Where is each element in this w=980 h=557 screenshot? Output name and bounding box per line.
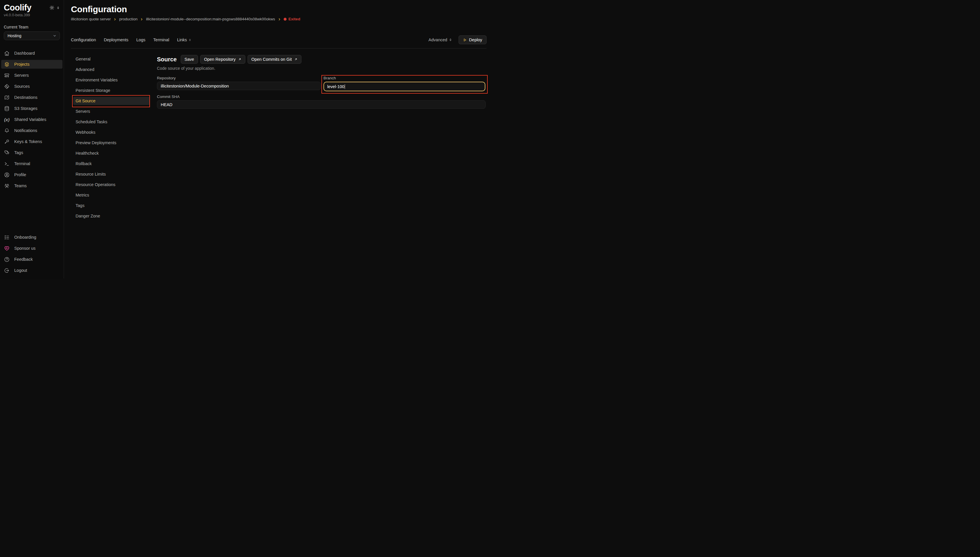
tab-deployments[interactable]: Deployments bbox=[104, 37, 128, 42]
repository-input[interactable]: illicitestonion/Module-Decomposition bbox=[157, 82, 321, 90]
sidebar-item-profile[interactable]: Profile bbox=[1, 170, 62, 179]
subnav-item-preview-deployments[interactable]: Preview Deployments bbox=[73, 138, 150, 147]
sidebar-item-label: Onboarding bbox=[14, 235, 36, 239]
sidebar-item-label: Dashboard bbox=[14, 51, 35, 55]
sidebar-item-onboarding[interactable]: Onboarding bbox=[1, 233, 62, 241]
sidebar-item-keys-tokens[interactable]: Keys & Tokens bbox=[1, 137, 62, 146]
breadcrumb-project[interactable]: illicitonion quote server bbox=[71, 16, 111, 22]
sidebar-item-feedback[interactable]: Feedback bbox=[1, 255, 62, 264]
tab-logs[interactable]: Logs bbox=[136, 37, 145, 42]
tags-icon bbox=[4, 150, 10, 156]
sidebar-item-projects[interactable]: Projects bbox=[1, 60, 62, 68]
status-dot-icon bbox=[284, 18, 286, 21]
theme-toggle-sun-icon[interactable] bbox=[49, 5, 54, 10]
user-circle-icon bbox=[4, 172, 10, 178]
subnav-item-resource-operations[interactable]: Resource Operations bbox=[73, 181, 150, 189]
branch-input[interactable]: level-100 bbox=[323, 82, 485, 91]
sidebar-item-label: Profile bbox=[14, 173, 26, 177]
sidebar: Coolify v4.0.0-beta.399 Current Team Hos… bbox=[0, 0, 64, 278]
chevrons-up-down-icon bbox=[189, 38, 192, 42]
subnav-item-environment-variables[interactable]: Environment Variables bbox=[73, 76, 150, 84]
sidebar-item-s3-storages[interactable]: S3 Storages bbox=[1, 104, 62, 113]
sidebar-item-sponsor-us[interactable]: Sponsor us bbox=[1, 244, 62, 252]
tab-links-label: Links bbox=[177, 37, 187, 42]
open-commits-button[interactable]: Open Commits on Git bbox=[248, 55, 301, 64]
users-icon bbox=[4, 183, 10, 189]
sidebar-item-label: Teams bbox=[14, 184, 27, 188]
save-button[interactable]: Save bbox=[181, 55, 198, 64]
sidebar-item-label: Keys & Tokens bbox=[14, 139, 42, 144]
home-icon bbox=[4, 50, 10, 56]
open-repository-label: Open Repository bbox=[204, 57, 236, 62]
git-source-icon bbox=[4, 84, 10, 89]
sidebar-footer: Onboarding Sponsor us Feedback Logout bbox=[0, 233, 63, 275]
sidebar-nav: Dashboard Projects Servers Sources Desti… bbox=[0, 49, 63, 190]
commit-sha-label: Commit SHA bbox=[157, 94, 486, 99]
sidebar-item-label: Sponsor us bbox=[14, 246, 36, 251]
subnav-item-scheduled-tasks[interactable]: Scheduled Tasks bbox=[73, 118, 150, 126]
sidebar-item-shared-variables[interactable]: (x) Shared Variables bbox=[1, 115, 62, 124]
main-content: Configuration illicitonion quote server … bbox=[64, 0, 490, 278]
subnav-item-general[interactable]: General bbox=[73, 55, 150, 63]
map-icon bbox=[4, 95, 10, 100]
commit-sha-input[interactable]: HEAD bbox=[157, 100, 486, 109]
chevron-right-icon bbox=[113, 18, 117, 21]
key-icon bbox=[4, 139, 10, 145]
subnav-item-rollback[interactable]: Rollback bbox=[73, 160, 150, 168]
terminal-icon bbox=[4, 161, 10, 166]
sidebar-item-tags[interactable]: Tags bbox=[1, 148, 62, 157]
tab-bar: Configuration Deployments Logs Terminal … bbox=[71, 36, 486, 44]
sidebar-item-notifications[interactable]: Notifications bbox=[1, 126, 62, 135]
sidebar-item-destinations[interactable]: Destinations bbox=[1, 93, 62, 102]
sidebar-item-logout[interactable]: Logout bbox=[1, 266, 62, 275]
source-description: Code source of your application. bbox=[157, 65, 486, 71]
advanced-label: Advanced bbox=[428, 37, 447, 42]
open-repository-button[interactable]: Open Repository bbox=[200, 55, 245, 64]
subnav-item-advanced[interactable]: Advanced bbox=[73, 65, 150, 73]
external-link-icon bbox=[238, 57, 242, 61]
subnav-item-persistent-storage[interactable]: Persistent Storage bbox=[73, 86, 150, 94]
team-select[interactable]: Hosting bbox=[4, 31, 60, 40]
external-link-icon bbox=[294, 57, 297, 61]
deploy-button[interactable]: Deploy bbox=[458, 36, 486, 44]
layers-icon bbox=[4, 62, 10, 67]
heart-icon bbox=[4, 246, 10, 251]
subnav-item-resource-limits[interactable]: Resource Limits bbox=[73, 170, 150, 178]
subnav-item-danger-zone[interactable]: Danger Zone bbox=[73, 212, 150, 220]
text-caret bbox=[345, 84, 345, 89]
chevron-right-icon bbox=[278, 18, 281, 21]
sidebar-item-label: Notifications bbox=[14, 128, 37, 133]
breadcrumb-application[interactable]: illicitestonion/-module--decomposition:m… bbox=[146, 16, 275, 22]
app-logo[interactable]: Coolify bbox=[4, 3, 31, 12]
breadcrumb: illicitonion quote server production ill… bbox=[71, 16, 486, 22]
current-team-label: Current Team bbox=[0, 17, 63, 29]
subnav-item-servers[interactable]: Servers bbox=[73, 107, 150, 116]
status-label: Exited bbox=[289, 16, 301, 22]
bell-icon bbox=[4, 128, 10, 134]
sidebar-item-teams[interactable]: Teams bbox=[1, 181, 62, 190]
subnav-item-git-source[interactable]: Git Source bbox=[73, 97, 150, 105]
subnav-item-webhooks[interactable]: Webhooks bbox=[73, 128, 150, 136]
chevrons-up-down-icon[interactable] bbox=[56, 6, 60, 10]
tab-configuration[interactable]: Configuration bbox=[71, 37, 96, 42]
sidebar-item-label: Feedback bbox=[14, 257, 33, 262]
help-circle-icon bbox=[4, 257, 10, 262]
subnav-item-tags[interactable]: Tags bbox=[73, 202, 150, 210]
sidebar-item-label: Destinations bbox=[14, 95, 37, 100]
subnav-item-metrics[interactable]: Metrics bbox=[73, 191, 150, 199]
deploy-button-label: Deploy bbox=[469, 37, 482, 42]
sidebar-item-dashboard[interactable]: Dashboard bbox=[1, 49, 62, 57]
breadcrumb-environment[interactable]: production bbox=[119, 16, 138, 22]
sidebar-item-servers[interactable]: Servers bbox=[1, 71, 62, 80]
sidebar-item-label: Terminal bbox=[14, 161, 30, 166]
tab-links[interactable]: Links bbox=[177, 37, 192, 42]
team-select-value: Hosting bbox=[8, 33, 21, 38]
advanced-menu[interactable]: Advanced bbox=[428, 37, 452, 42]
tab-terminal[interactable]: Terminal bbox=[153, 37, 169, 42]
sidebar-item-terminal[interactable]: Terminal bbox=[1, 159, 62, 168]
open-commits-label: Open Commits on Git bbox=[251, 57, 292, 62]
logout-icon bbox=[4, 268, 10, 273]
sidebar-item-label: Shared Variables bbox=[14, 117, 46, 122]
sidebar-item-sources[interactable]: Sources bbox=[1, 82, 62, 91]
subnav-item-healthcheck[interactable]: Healthcheck bbox=[73, 149, 150, 157]
